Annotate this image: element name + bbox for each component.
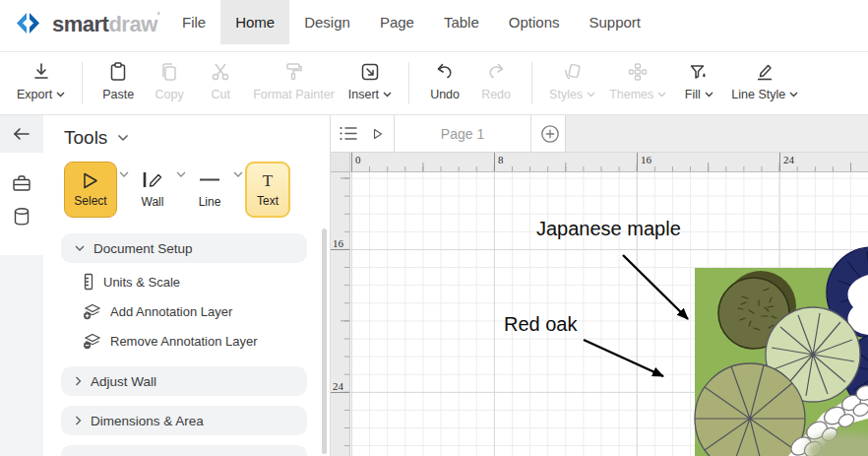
undo-button[interactable]: Undo (419, 52, 470, 114)
line-tool-label: Line (199, 195, 221, 209)
wall-pen-icon (142, 170, 163, 189)
ruler-icon (83, 273, 94, 291)
back-arrow-icon (13, 127, 31, 141)
menu-home[interactable]: Home (220, 0, 289, 44)
page-tab[interactable]: Page 1 (394, 115, 531, 152)
format-painter-button: Format Painter (246, 52, 341, 114)
drawing-canvas[interactable]: Japanese maple Red oak (350, 172, 868, 456)
line-style-button[interactable]: Line Style (724, 52, 805, 114)
line-style-pencil-icon (754, 61, 775, 83)
styles-icon (562, 61, 584, 83)
menu-page[interactable]: Page (365, 0, 429, 44)
insert-icon (359, 61, 381, 83)
select-tool-button[interactable]: Select (64, 162, 117, 218)
ruler-label: 16 (641, 154, 651, 165)
page-list-button[interactable] (340, 115, 358, 152)
brand-draw: draw (108, 12, 156, 36)
menu-options[interactable]: Options (494, 0, 575, 44)
add-annotation-layer-item[interactable]: Add Annotation Layer (83, 300, 232, 322)
copy-button: Copy (144, 52, 195, 114)
toolbar-divider (531, 62, 532, 104)
page-tab-label: Page 1 (441, 126, 484, 142)
cut-scissors-icon (210, 61, 231, 83)
section-partial[interactable] (61, 445, 307, 456)
text-tool-button[interactable]: T Text (245, 162, 290, 218)
add-page-button[interactable] (540, 115, 560, 152)
chevron-down-icon (789, 92, 798, 98)
copy-icon (158, 61, 180, 83)
smartdraw-logo-icon (14, 10, 43, 39)
annotation-japanese-maple[interactable]: Japanese maple (536, 218, 681, 239)
annotation-arrow-red-oak[interactable] (584, 340, 663, 376)
chevron-down-icon (117, 134, 129, 142)
section-dimensions-area[interactable]: Dimensions & Area (61, 406, 307, 435)
brand-text: smartdraw' (52, 12, 159, 37)
export-button[interactable]: Export (10, 52, 72, 114)
chevron-down-icon (587, 92, 595, 98)
fill-bucket-icon (688, 61, 710, 83)
units-scale-item[interactable]: Units & Scale (83, 271, 180, 293)
chevron-right-icon (75, 416, 82, 425)
horizontal-ruler: 0 8 16 24 (350, 153, 868, 172)
select-tool-chevron-icon[interactable] (119, 171, 129, 178)
ruler-label: 24 (783, 154, 794, 165)
menu-file[interactable]: File (167, 0, 220, 44)
line-tool-button[interactable]: Line (188, 162, 231, 218)
section-document-setup[interactable]: Document Setup (61, 233, 307, 263)
themes-icon (627, 61, 649, 83)
ruler-label: 24 (333, 380, 343, 392)
brand-smart: smart (52, 12, 108, 36)
plus-circle-icon (540, 124, 560, 144)
add-annotation-layer-label: Add Annotation Layer (110, 304, 232, 319)
text-tool-label: Text (257, 194, 279, 208)
menu-table[interactable]: Table (429, 0, 494, 44)
section-document-setup-label: Document Setup (93, 241, 193, 256)
ruler-label: 0 (355, 154, 361, 165)
line-icon (198, 170, 221, 189)
page-tab-bar: Page 1 (331, 115, 868, 153)
styles-button: Styles (542, 52, 602, 114)
collapse-panel-button[interactable] (0, 115, 43, 153)
play-triangle-icon (373, 128, 383, 140)
panel-scrollbar[interactable] (322, 228, 327, 454)
smartdraw-logo: smartdraw' (14, 10, 159, 39)
canvas-area: Page 1 0 8 16 24 16 24 (331, 115, 868, 456)
paste-clipboard-icon (107, 61, 129, 83)
ribbon-toolbar: Export Paste Copy Cut Format Painter Ins… (0, 52, 868, 115)
units-scale-label: Units & Scale (103, 275, 180, 290)
annotation-arrow-japanese-maple[interactable] (623, 255, 688, 319)
menu-design[interactable]: Design (289, 0, 365, 44)
export-download-icon (31, 61, 52, 83)
section-adjust-wall[interactable]: Adjust Wall (61, 366, 307, 396)
annotation-red-oak[interactable]: Red oak (504, 313, 578, 335)
cut-button: Cut (195, 52, 246, 114)
vertical-ruler: 16 24 (331, 172, 350, 456)
wall-tool-chevron-icon[interactable] (176, 171, 186, 178)
wall-tool-button[interactable]: Wall (131, 162, 174, 218)
main-menu: File Home Design Page Table Options Supp… (167, 0, 655, 44)
page-play-button[interactable] (373, 115, 383, 152)
shapes-tab[interactable] (0, 200, 43, 233)
ruler-label: 8 (498, 154, 504, 165)
paste-button[interactable]: Paste (93, 52, 144, 114)
brand-mark: ' (157, 10, 159, 24)
page-bar-filler (565, 115, 868, 152)
svg-text:T: T (263, 171, 274, 190)
page-list-icon (340, 126, 358, 141)
remove-annotation-layer-item[interactable]: Remove Annotation Layer (83, 330, 258, 352)
fill-button[interactable]: Fill (673, 52, 724, 114)
smartdraw-app: smartdraw' File Home Design Page Table O… (0, 0, 868, 456)
tools-panel-title[interactable]: Tools (64, 127, 129, 149)
landscape-drawing[interactable] (695, 247, 868, 456)
remove-layer-icon (83, 333, 101, 350)
toolbox-tab[interactable] (0, 166, 43, 200)
insert-button[interactable]: Insert (341, 52, 399, 114)
line-tool-chevron-icon[interactable] (233, 171, 243, 178)
text-t-icon: T (260, 171, 276, 190)
redo-button: Redo (470, 52, 522, 114)
shapes-cylinder-icon (13, 207, 31, 227)
menu-support[interactable]: Support (575, 0, 656, 44)
add-layer-icon (83, 303, 101, 320)
toolbar-divider (82, 62, 83, 104)
section-adjust-wall-label: Adjust Wall (91, 374, 156, 389)
